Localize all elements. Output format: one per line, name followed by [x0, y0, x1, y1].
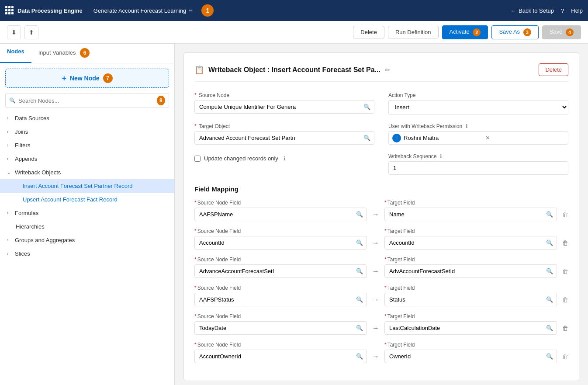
writeback-card: 📋 Writeback Object : Insert Account Fore… — [183, 52, 579, 381]
target-col-0: *Target Field 🔍 — [384, 200, 557, 221]
search-icon[interactable]: 🔍 — [543, 296, 557, 303]
tree-label: Joins — [15, 128, 28, 135]
target-field-1[interactable] — [385, 236, 543, 249]
search-icon[interactable]: 🔍 — [353, 353, 367, 360]
source-col-0: *Source Node Field 🔍 — [194, 200, 367, 221]
search-icon[interactable]: 🔍 — [543, 325, 557, 331]
field-mapping-row-5: *Source Node Field 🔍 → *Target Field 🔍 — [194, 342, 568, 363]
nav-right: ← Back to Setup ? Help — [510, 7, 583, 14]
save-as-btn[interactable]: Save As 3 — [491, 25, 538, 39]
back-to-setup-btn[interactable]: ← Back to Setup — [510, 7, 554, 14]
source-node-label: * Source Node — [194, 92, 374, 98]
tree-appends[interactable]: › Appends — [0, 152, 174, 166]
update-changed-checkbox[interactable] — [194, 156, 201, 162]
writeback-seq-input[interactable] — [389, 162, 568, 174]
delete-row-2[interactable]: 🗑 — [562, 260, 568, 275]
tree-joins[interactable]: › Joins — [0, 125, 174, 139]
source-field-5[interactable] — [195, 350, 353, 363]
source-col-3: *Source Node Field 🔍 — [194, 285, 367, 306]
upload-btn[interactable]: ⬆ — [24, 25, 38, 39]
action-type-field: Action Type Insert Upsert Update Delete — [388, 92, 568, 114]
toolbar-left: ⬇ ⬆ — [7, 25, 38, 39]
target-field-0[interactable] — [385, 208, 543, 221]
search-icon[interactable]: 🔍 — [543, 239, 557, 246]
search-icon[interactable]: 🔍 — [543, 268, 557, 274]
delete-row-4[interactable]: 🗑 — [562, 317, 568, 332]
help-label: Help — [571, 7, 583, 14]
card-delete-btn[interactable]: Delete — [539, 63, 568, 76]
activate-label: Activate — [450, 28, 470, 35]
tree-insert-account-forecast[interactable]: Insert Account Forecast Set Partner Reco… — [0, 179, 174, 193]
target-field-5[interactable] — [385, 350, 543, 363]
tree-writeback-objects[interactable]: ⌄ Writeback Objects — [0, 166, 174, 179]
tree-upsert-account-forecast[interactable]: Upsert Account Forecast Fact Record — [0, 193, 174, 206]
source-field-4[interactable] — [195, 322, 353, 334]
help-icon[interactable]: ? — [561, 7, 564, 14]
search-icon[interactable]: 🔍 — [543, 211, 557, 218]
sidebar-tree: › Data Sources › Joins › Filters › Appen… — [0, 111, 174, 385]
edit-card-icon[interactable]: ✏ — [385, 66, 390, 73]
save-label: Save — [550, 28, 563, 35]
tree-groups[interactable]: › Groups and Aggregates — [0, 233, 174, 247]
search-icon[interactable]: 🔍 — [353, 239, 367, 246]
new-node-btn[interactable]: + New Node 7 — [5, 69, 169, 88]
chevron-icon: › — [7, 143, 12, 148]
chevron-icon: › — [7, 156, 12, 161]
source-col-1: *Source Node Field 🔍 — [194, 228, 367, 250]
user-permission-label: User with Writeback Permission ℹ — [388, 123, 568, 129]
update-changed-label: Update changed records only — [204, 155, 278, 162]
brand-label: Data Processing Engine — [17, 7, 83, 14]
delete-row-1[interactable]: 🗑 — [562, 232, 568, 246]
form-grid: * Source Node 🔍 Action Type In — [194, 92, 568, 145]
search-icon[interactable]: 🔍 — [353, 211, 367, 218]
source-field-3[interactable] — [195, 293, 353, 306]
download-btn[interactable]: ⬇ — [7, 25, 21, 39]
tree-hierarchies[interactable]: Hierarchies — [0, 220, 174, 233]
source-node-input[interactable] — [195, 101, 360, 113]
target-field-2[interactable] — [385, 265, 543, 277]
source-field-1[interactable] — [195, 236, 353, 249]
delete-row-3[interactable]: 🗑 — [562, 288, 568, 303]
activate-badge: 2 — [473, 28, 481, 36]
search-icon[interactable]: 🔍 — [353, 296, 367, 303]
tab-nodes[interactable]: Nodes — [0, 44, 31, 63]
update-changed-info-icon: ℹ — [284, 156, 286, 162]
source-node-search-icon[interactable]: 🔍 — [360, 104, 374, 110]
delete-btn[interactable]: Delete — [353, 26, 384, 38]
chevron-icon: › — [7, 238, 12, 243]
delete-row-5[interactable]: 🗑 — [562, 345, 568, 360]
save-btn[interactable]: Save 4 — [542, 25, 581, 39]
tree-slices[interactable]: › Slices — [0, 247, 174, 260]
source-field-0[interactable] — [195, 208, 353, 221]
target-object-search-icon[interactable]: 🔍 — [360, 135, 374, 141]
search-icon[interactable]: 🔍 — [353, 268, 367, 274]
tree-filters[interactable]: › Filters — [0, 139, 174, 152]
search-input[interactable] — [18, 97, 154, 104]
user-clear-icon[interactable]: ✕ — [485, 132, 564, 144]
tree-data-sources[interactable]: › Data Sources — [0, 111, 174, 125]
toolbar: ⬇ ⬆ Delete Run Definition Activate 2 Sav… — [0, 21, 588, 44]
target-object-field: * Target Object 🔍 — [194, 123, 374, 145]
back-arrow-icon: ← — [510, 7, 516, 14]
edit-title-icon[interactable]: ✏ — [189, 8, 193, 14]
activate-btn[interactable]: Activate 2 — [442, 25, 488, 39]
delete-row-0[interactable]: 🗑 — [562, 203, 568, 218]
target-field-4[interactable] — [385, 322, 543, 334]
top-nav: Data Processing Engine Generate Account … — [0, 0, 588, 21]
tab-input-variables[interactable]: Input Variables 6 — [31, 44, 97, 63]
run-definition-btn[interactable]: Run Definition — [388, 26, 439, 38]
field-mapping-section: Field Mapping *Source Node Field 🔍 → *Ta… — [194, 185, 568, 363]
search-icon[interactable]: 🔍 — [543, 353, 557, 360]
tree-formulas[interactable]: › Formulas — [0, 206, 174, 220]
target-col-1: *Target Field 🔍 — [384, 228, 557, 250]
source-field-2[interactable] — [195, 265, 353, 277]
target-col-3: *Target Field 🔍 — [384, 285, 557, 306]
page-title-nav: Generate Account Forecast Learning ✏ — [93, 7, 193, 14]
search-icon[interactable]: 🔍 — [353, 325, 367, 331]
tree-label: Appends — [15, 156, 37, 162]
target-field-3[interactable] — [385, 293, 543, 306]
back-to-setup-label: Back to Setup — [519, 7, 554, 14]
target-object-input[interactable] — [195, 132, 360, 144]
target-object-input-wrap: 🔍 — [194, 131, 374, 145]
action-type-select[interactable]: Insert Upsert Update Delete — [389, 101, 568, 114]
